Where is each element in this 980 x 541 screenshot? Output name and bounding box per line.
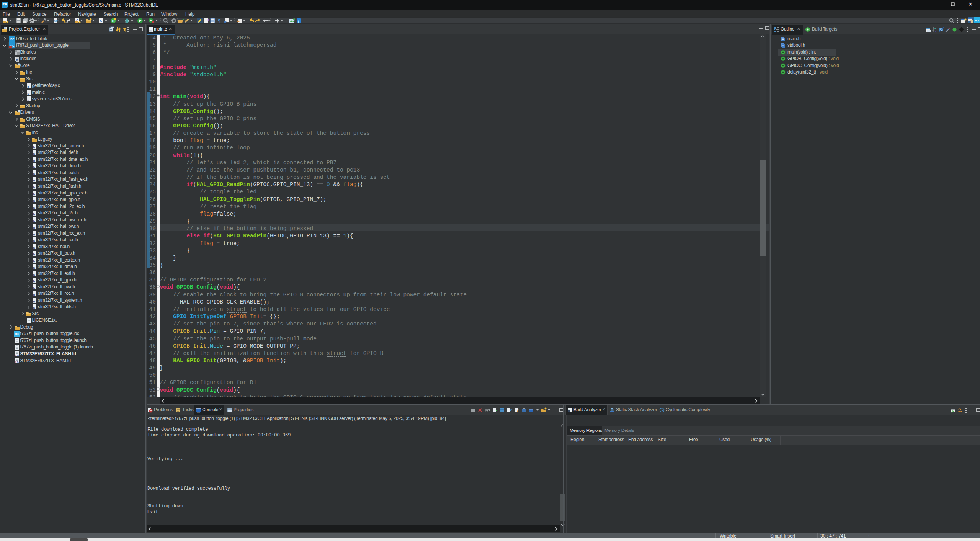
svg-text:h: h: [16, 58, 18, 62]
svg-text:h: h: [33, 219, 35, 223]
svg-text:h: h: [33, 233, 35, 236]
svg-text:h: h: [33, 293, 35, 296]
svg-text:a: a: [934, 27, 936, 30]
svg-text:c: c: [27, 85, 29, 88]
svg-text:MX: MX: [15, 332, 19, 336]
svg-text:h: h: [33, 300, 35, 303]
svg-text:h: h: [33, 260, 35, 263]
svg-text:h: h: [33, 206, 35, 209]
svg-text:h: h: [33, 226, 35, 229]
svg-text:h: h: [33, 179, 35, 182]
svg-text:c: c: [27, 98, 29, 102]
svg-text:h: h: [33, 165, 35, 169]
svg-text:c: c: [150, 29, 151, 32]
svg-text:i: i: [298, 19, 299, 23]
svg-text:010: 010: [54, 20, 59, 23]
svg-text:LD: LD: [15, 354, 19, 356]
svg-text:h: h: [33, 253, 35, 256]
svg-text:h: h: [33, 152, 35, 155]
svg-text:h: h: [33, 246, 35, 250]
svg-text:IDE: IDE: [10, 38, 15, 41]
svg-text:h: h: [33, 159, 35, 162]
svg-text:h: h: [33, 273, 35, 276]
svg-text:h: h: [33, 199, 35, 203]
svg-text:LD: LD: [15, 361, 19, 363]
svg-text:h: h: [33, 186, 35, 189]
svg-text:h: h: [33, 212, 35, 216]
svg-text:h: h: [33, 306, 35, 310]
svg-text:h: h: [33, 172, 35, 176]
svg-text:C: C: [100, 19, 103, 23]
svg-text:h: h: [33, 286, 35, 290]
svg-text:h: h: [33, 239, 35, 243]
svg-text:z: z: [935, 30, 937, 33]
svg-text:01: 01: [568, 408, 570, 410]
svg-text:c: c: [27, 92, 29, 95]
svg-text:h: h: [33, 279, 35, 283]
svg-text:h: h: [33, 193, 35, 196]
svg-text:h: h: [33, 266, 35, 270]
svg-text:h: h: [33, 145, 35, 149]
svg-text:C: C: [112, 19, 115, 23]
